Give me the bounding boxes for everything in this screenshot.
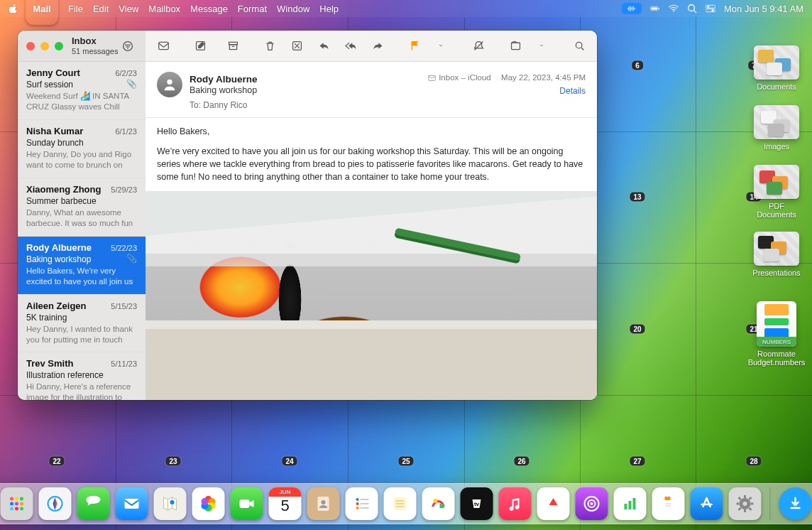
dock-contacts[interactable] <box>307 487 340 520</box>
menu-edit[interactable]: Edit <box>93 4 109 14</box>
message-row[interactable]: Jenny Court6/2/23Surf session📎Weekend Su… <box>18 62 146 120</box>
dock-appstore[interactable] <box>691 487 723 520</box>
reply-icon <box>318 40 330 52</box>
move-button[interactable] <box>505 36 526 56</box>
dock-downloads[interactable] <box>779 487 812 520</box>
desktop-images[interactable]: Images <box>750 105 803 151</box>
svg-point-51 <box>322 500 326 504</box>
spotlight-icon[interactable] <box>687 4 697 13</box>
dock-reminders[interactable] <box>346 487 378 520</box>
message-row[interactable]: Rody Albuerne5/22/23Baking workshop📎Hell… <box>18 237 146 295</box>
dock-facetime[interactable] <box>231 487 263 520</box>
wifi-icon[interactable] <box>669 4 679 13</box>
dock-divider <box>770 487 771 520</box>
tvapp-icon: tv <box>467 494 487 514</box>
envelope-button[interactable] <box>153 36 174 56</box>
menu-view[interactable]: View <box>119 4 138 14</box>
menu-window[interactable]: Window <box>277 4 309 14</box>
dock-maps[interactable] <box>154 487 187 520</box>
mail-content-pane: Rody Albuerne Baking workshop Inbox – iC… <box>146 31 597 400</box>
desktop-presentations[interactable]: Presentations <box>750 232 803 277</box>
flag-button[interactable] <box>404 36 425 56</box>
apple-menu-icon[interactable] <box>9 4 18 13</box>
control-center-icon[interactable] <box>706 4 715 13</box>
dock-podcasts[interactable] <box>576 487 608 520</box>
minimize-button[interactable] <box>40 42 49 50</box>
menu-help[interactable]: Help <box>319 4 339 14</box>
attachment-icon: 📎 <box>126 79 137 89</box>
trash-button[interactable] <box>259 36 280 56</box>
svg-point-52 <box>356 498 359 501</box>
svg-point-31 <box>15 497 18 501</box>
junk-button[interactable] <box>286 36 307 56</box>
dock-numbers[interactable] <box>614 487 647 520</box>
desktop-documents[interactable]: Documents <box>750 45 803 91</box>
message-row[interactable]: Nisha Kumar6/1/23Sunday brunchHey Danny,… <box>18 120 146 178</box>
dock-launchpad[interactable] <box>1 487 33 520</box>
svg-point-54 <box>356 502 359 505</box>
message-list[interactable]: Jenny Court6/2/23Surf session📎Weekend Su… <box>18 62 146 400</box>
svg-point-36 <box>10 507 13 511</box>
reply-all-button[interactable] <box>340 36 361 56</box>
move-chevron-button[interactable] <box>532 36 553 56</box>
mailapp-icon <box>122 494 142 514</box>
message-row[interactable]: Aileen Zeigen5/15/235K trainingHey Danny… <box>18 295 146 353</box>
msg-subject: Summer barbecue <box>26 196 97 206</box>
msg-date: 6/2/23 <box>115 69 137 77</box>
zoom-button[interactable] <box>55 42 63 50</box>
mute-button[interactable] <box>468 36 489 56</box>
details-link[interactable]: Details <box>559 86 586 96</box>
filter-button[interactable] <box>119 38 137 55</box>
dock-tvapp[interactable]: tv <box>461 487 493 520</box>
facetime-icon <box>237 494 257 514</box>
desktop-roommate[interactable]: NUMBERSRoommate Budget.numbers <box>750 301 803 367</box>
menu-message[interactable]: Message <box>190 4 228 14</box>
svg-rect-2 <box>659 8 659 9</box>
menu-format[interactable]: Format <box>238 4 267 14</box>
menubar: Mail FileEditViewMailboxMessageFormatWin… <box>0 0 812 17</box>
menu-app[interactable]: Mail <box>26 0 58 25</box>
menu-mailbox[interactable]: Mailbox <box>148 4 180 14</box>
message-row[interactable]: Trev Smith5/11/23Illustration referenceH… <box>18 352 146 400</box>
msg-preview: Hey Danny, Do you and Rigo want to come … <box>26 149 137 171</box>
compose-icon <box>194 40 207 52</box>
search-button[interactable] <box>569 36 590 56</box>
clock[interactable]: Mon Jun 5 9:41 AM <box>724 4 803 14</box>
downloads-icon <box>786 494 806 514</box>
folder-icon <box>754 165 799 199</box>
dock-messages[interactable] <box>77 487 110 520</box>
dock-photos[interactable] <box>192 487 225 520</box>
flag-chevron-button[interactable] <box>431 36 452 56</box>
message-body[interactable]: Hello Bakers, We’re very excited to have… <box>146 118 597 400</box>
dock-cal[interactable]: JUN5 <box>269 487 302 520</box>
body-paragraph: We’re very excited to have you all join … <box>157 145 586 183</box>
sender-avatar[interactable] <box>157 72 182 97</box>
dock-news[interactable] <box>537 487 570 520</box>
mail-titlebar: Inbox 51 messages <box>18 31 146 62</box>
dock-settings[interactable] <box>729 487 762 520</box>
msg-from: Xiaomeng Zhong <box>26 184 101 195</box>
compose-button[interactable] <box>190 36 211 56</box>
close-button[interactable] <box>26 42 35 50</box>
messages-icon <box>84 494 104 514</box>
svg-point-4 <box>688 5 695 11</box>
dock-pages[interactable] <box>652 487 685 520</box>
dock-freeform[interactable] <box>422 487 455 520</box>
forward-button[interactable] <box>367 36 388 56</box>
move-chevron-icon <box>539 40 546 52</box>
archive-button[interactable] <box>222 36 243 56</box>
dock-mailapp[interactable] <box>116 487 148 520</box>
dock-notes[interactable] <box>384 487 417 520</box>
reply-button[interactable] <box>313 36 334 56</box>
dock: JUN5tv <box>0 483 812 524</box>
svg-point-3 <box>673 11 674 12</box>
svg-point-62 <box>434 499 438 503</box>
battery-icon[interactable] <box>650 4 660 13</box>
dock-safari[interactable] <box>39 487 72 520</box>
message-row[interactable]: Xiaomeng Zhong5/29/23Summer barbecueDann… <box>18 178 146 237</box>
desktop-pdfs[interactable]: PDF Documents <box>750 165 803 219</box>
dock-music[interactable] <box>499 487 532 520</box>
msg-preview: Hi Danny, Here's a reference image for t… <box>26 382 137 400</box>
menu-file[interactable]: File <box>68 4 83 14</box>
voice-control-icon[interactable] <box>622 3 642 14</box>
